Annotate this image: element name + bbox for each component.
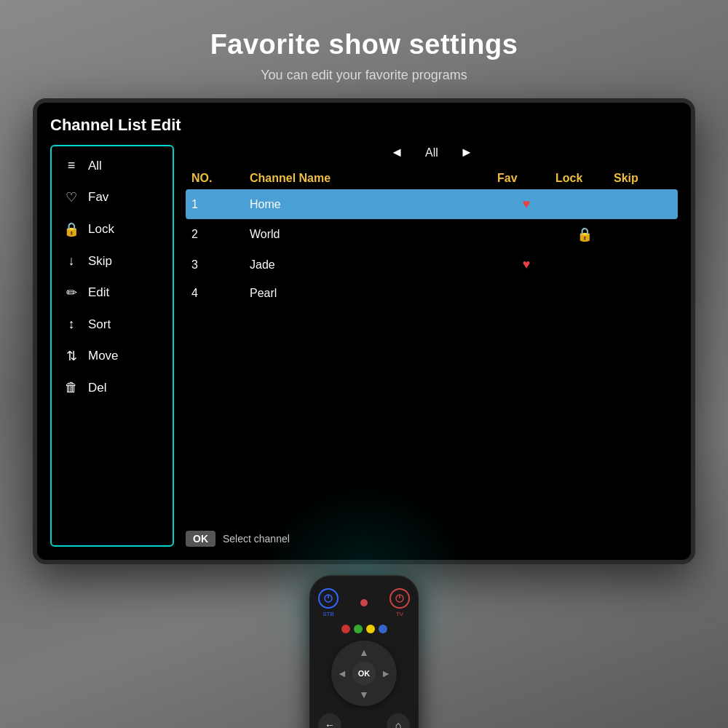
nav-label: All — [425, 146, 438, 159]
del-icon: 🗑 — [63, 380, 79, 395]
sidebar-label-fav: Fav — [88, 190, 108, 205]
row2-name: World — [250, 228, 497, 241]
table-row[interactable]: 4 Pearl — [186, 280, 678, 307]
row4-name: Pearl — [250, 287, 497, 300]
col-no: NO. — [191, 172, 250, 185]
page-title: Favorite show settings — [0, 0, 728, 60]
ok-button[interactable]: OK — [352, 662, 376, 685]
sidebar-item-sort[interactable]: ↕ Sort — [52, 309, 173, 339]
sidebar-item-all[interactable]: ≡ All — [52, 151, 173, 181]
remote-indicator-dot — [360, 599, 368, 606]
lock-icon: 🔒 — [63, 221, 79, 237]
nav-down-button[interactable]: ▼ — [359, 689, 369, 700]
edit-icon: ✏ — [63, 285, 79, 301]
col-name: Channel Name — [250, 172, 497, 185]
move-icon: ⇅ — [63, 348, 79, 364]
color-green-button[interactable] — [354, 625, 363, 633]
page-subtitle: You can edit your favorite programs — [0, 68, 728, 83]
sidebar-item-lock[interactable]: 🔒 Lock — [52, 214, 173, 245]
nav-right-button[interactable]: ► — [381, 668, 391, 679]
fav-icon: ♡ — [63, 189, 79, 205]
sidebar-item-skip[interactable]: ↓ Skip — [52, 246, 173, 276]
table-row[interactable]: 3 Jade ♥ — [186, 250, 678, 280]
ok-badge: OK — [186, 531, 215, 547]
row2-no: 2 — [191, 228, 250, 241]
color-red-button[interactable] — [341, 625, 350, 633]
row3-no: 3 — [191, 258, 250, 272]
col-lock: Lock — [555, 172, 614, 185]
lock-padlock-icon: 🔒 — [577, 226, 593, 242]
power-tv-button[interactable] — [389, 588, 410, 609]
row1-fav: ♥ — [497, 197, 555, 212]
sort-icon: ↕ — [63, 317, 79, 332]
row1-name: Home — [250, 198, 497, 211]
sidebar-label-skip: Skip — [88, 254, 112, 269]
nav-right-arrow[interactable]: ► — [460, 145, 473, 160]
remote-container: STB TV ▲ ▼ ◄ ► OK ← — [306, 575, 422, 728]
fav-heart-icon-2: ♥ — [523, 257, 531, 272]
color-yellow-button[interactable] — [366, 625, 375, 633]
fav-heart-icon: ♥ — [523, 197, 531, 212]
table-header: NO. Channel Name Fav Lock Skip — [186, 167, 678, 189]
remote: STB TV ▲ ▼ ◄ ► OK ← — [309, 575, 419, 728]
col-skip: Skip — [614, 172, 672, 185]
power-stb-button[interactable] — [318, 588, 339, 609]
row2-lock: 🔒 — [555, 226, 614, 242]
table-row[interactable]: 2 World 🔒 — [186, 219, 678, 250]
nav-bar: ◄ All ► — [186, 145, 678, 160]
nav-up-button[interactable]: ▲ — [359, 646, 369, 658]
main-area: ◄ All ► NO. Channel Name Fav Lock Skip — [174, 145, 678, 547]
back-button[interactable]: ← — [318, 713, 341, 728]
remote-bottom-row: ← ⌂ — [318, 713, 410, 728]
sidebar-item-del[interactable]: 🗑 Del — [52, 373, 173, 403]
color-buttons — [341, 625, 387, 633]
skip-icon: ↓ — [63, 253, 79, 269]
sidebar-label-lock: Lock — [88, 222, 114, 237]
row1-no: 1 — [191, 198, 250, 211]
color-blue-button[interactable] — [379, 625, 387, 633]
nav-left-button[interactable]: ◄ — [337, 668, 347, 679]
home-button[interactable]: ⌂ — [387, 713, 410, 728]
all-icon: ≡ — [63, 158, 79, 173]
sidebar-label-del: Del — [88, 381, 107, 395]
power-stb-label: STB — [323, 611, 334, 617]
power-tv-label: TV — [396, 611, 403, 617]
sidebar-label-sort: Sort — [88, 317, 111, 332]
sidebar-label-edit: Edit — [88, 285, 109, 300]
col-fav: Fav — [497, 172, 555, 185]
remote-top-row: STB TV — [318, 588, 410, 617]
row3-name: Jade — [250, 258, 497, 272]
sidebar-item-move[interactable]: ⇅ Move — [52, 341, 173, 371]
row4-no: 4 — [191, 287, 250, 300]
channel-table: NO. Channel Name Fav Lock Skip 1 Home ♥ — [186, 167, 678, 525]
table-row[interactable]: 1 Home ♥ — [186, 189, 678, 219]
remote-nav-ring: ▲ ▼ ◄ ► OK — [331, 641, 397, 706]
sidebar-label-move: Move — [88, 349, 119, 363]
row3-fav: ♥ — [497, 257, 555, 272]
sidebar: ≡ All ♡ Fav 🔒 Lock ↓ Skip ✏ Edit — [50, 145, 174, 547]
sidebar-item-fav[interactable]: ♡ Fav — [52, 182, 173, 213]
nav-left-arrow[interactable]: ◄ — [390, 145, 403, 160]
screen-title: Channel List Edit — [50, 116, 678, 135]
sidebar-label-all: All — [88, 159, 102, 173]
sidebar-item-edit[interactable]: ✏ Edit — [52, 277, 173, 308]
